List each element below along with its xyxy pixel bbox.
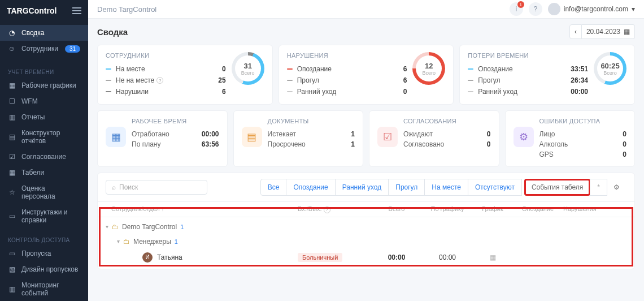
chevron-down-icon: ▾ [106, 223, 108, 230]
sidebar-item-approval[interactable]: ☑Согласование [0, 149, 88, 165]
filter-onsite[interactable]: На месте [424, 179, 468, 196]
menu-toggle[interactable] [72, 6, 81, 16]
chart-icon: ▥ [8, 113, 16, 121]
design-icon: ▧ [8, 265, 16, 273]
card-worktime: ▦ РАБОЧЕЕ ВРЕМЯ Отработано00:00 По плану… [97, 110, 228, 167]
col-total[interactable]: Всего [371, 205, 422, 213]
avatar: И [142, 252, 153, 263]
help-icon[interactable]: ? [156, 77, 163, 84]
page-title: Сводка [97, 27, 128, 37]
col-violations[interactable]: Нарушения [563, 205, 626, 213]
date-prev-button[interactable]: ‹ [569, 24, 582, 39]
builder-icon: ▤ [8, 133, 16, 141]
group-row[interactable]: ▾🗀Demo TargControl1 [98, 220, 634, 234]
sidebar-item-employees[interactable]: ☺Сотрудники31 [0, 41, 88, 57]
monitor-icon: ▥ [8, 285, 16, 293]
card-documents: ▤ ДОКУМЕНТЫ Истекает1 Просрочено1 [233, 110, 364, 167]
sidebar-item-briefings[interactable]: ▭Инструктажи и справки [0, 204, 88, 228]
donut-timeloss: 60:25Всего [594, 52, 626, 85]
sidebar-item-passes[interactable]: ▭Пропуска [0, 246, 88, 261]
shield-icon: ⚙ [514, 127, 534, 147]
user-menu[interactable]: info@targcontrol.com ▾ [548, 3, 635, 15]
date-picker[interactable]: 20.04.2023▦ [582, 24, 635, 39]
folder-icon: 🗀 [123, 238, 130, 246]
doc-icon: ▭ [8, 212, 16, 220]
sheet-icon: ▦ [8, 169, 16, 177]
user-email: info@targcontrol.com [564, 5, 628, 13]
card-violations: НАРУШЕНИЯ Опоздание6 Прогул6 Ранний уход… [279, 45, 454, 105]
help-button[interactable]: ? [529, 2, 542, 16]
sidebar-item-monitoring[interactable]: ▥Мониторинг событий [0, 277, 88, 301]
search-icon: ⌕ [112, 183, 116, 191]
filter-all[interactable]: Все [260, 179, 287, 196]
sidebar-item-label: Сводка [21, 29, 45, 37]
sidebar-item-schedules[interactable]: ▦Рабочие графики [0, 78, 88, 93]
card-employees: СОТРУДНИКИ На месте0 Не на месте?25 Нару… [97, 45, 273, 105]
col-late[interactable]: Опоздание [512, 205, 563, 213]
approve-icon: ☑ [377, 127, 398, 147]
filter-absence[interactable]: Прогул [388, 179, 425, 196]
card-access-errors: ⚙ ОШИБКИ ДОСТУПА Лицо0 Алкоголь0 GPS0 [505, 110, 636, 167]
filter-earlyleave[interactable]: Ранний уход [335, 179, 389, 196]
card-timeloss: ПОТЕРИ ВРЕМЕНИ Опоздание33:51 Прогул26:3… [459, 45, 635, 105]
card-icon: ▭ [8, 250, 16, 257]
breadcrumb: Demo TargControl [97, 5, 156, 14]
chevron-down-icon: ▾ [632, 5, 635, 13]
donut-violations: 12Всего [412, 52, 445, 85]
wfm-icon: ☐ [8, 97, 16, 105]
sidebar-item-timesheets[interactable]: ▦Табели [0, 165, 88, 180]
sidebar-item-pass-design[interactable]: ▧Дизайн пропусков [0, 261, 88, 277]
notification-badge: 1 [517, 1, 524, 8]
card-approvals: ☑ СОГЛАСОВАНИЯ Ожидают0 Согласовано0 [369, 110, 499, 167]
sidebar-item-summary[interactable]: ◔Сводка [0, 25, 88, 41]
users-icon: ☺ [8, 45, 16, 53]
sidebar-item-report-builder[interactable]: ▤Конструктор отчётов [0, 125, 88, 149]
avatar [548, 3, 560, 15]
settings-button[interactable]: ⚙ [607, 179, 626, 196]
info-button[interactable]: i1 [510, 2, 523, 16]
filter-absent[interactable]: Отсутствуют [468, 179, 522, 196]
gauge-icon: ◔ [8, 29, 16, 37]
check-icon: ☑ [8, 153, 16, 161]
search-input[interactable]: ⌕Поиск [106, 180, 207, 195]
status-badge: Больничный [298, 253, 342, 262]
clock-icon: ▦ [106, 127, 126, 147]
sidebar-item-reports[interactable]: ▥Отчеты [0, 109, 88, 125]
group-row[interactable]: ▾🗀Менеджеры1 [98, 234, 634, 249]
schedule-icon[interactable]: ▦ [490, 253, 496, 261]
filter-late[interactable]: Опоздание [286, 179, 335, 196]
calendar-icon: ▦ [624, 28, 630, 36]
col-employee[interactable]: Сотрудник/отдел [111, 205, 160, 212]
donut-employees: 31Всего [232, 52, 264, 85]
nav-heading-access: КОНТРОЛЬ ДОСТУПА [0, 233, 88, 246]
doc-icon: ▤ [242, 127, 262, 147]
col-plan[interactable]: По графику [422, 205, 473, 213]
nav-heading-time: УЧЕТ ВРЕМЕНИ [0, 64, 88, 78]
folder-icon: 🗀 [112, 223, 119, 231]
employee-table: ⌕Поиск Все Опоздание Ранний уход Прогул … [97, 173, 635, 269]
table-row[interactable]: ИТатьяна Больничный 00:00 00:00 ▦ [98, 249, 634, 266]
col-io[interactable]: Вх./Вых. [298, 205, 322, 212]
sidebar-item-label: Сотрудники [21, 45, 58, 53]
col-schedule[interactable]: График [473, 205, 512, 213]
chevron-down-icon: ▾ [117, 238, 120, 244]
filter-star[interactable]: * [590, 179, 607, 196]
filter-timesheet-events[interactable]: События табеля [524, 179, 590, 196]
calendar-icon: ▦ [8, 81, 16, 89]
star-icon: ☆ [8, 188, 16, 196]
badge: 31 [65, 45, 80, 53]
logo: TARGControl [7, 6, 56, 15]
sidebar-item-evaluation[interactable]: ☆Оценка персонала [0, 180, 88, 204]
sidebar-item-wfm[interactable]: ☐WFM [0, 93, 88, 109]
